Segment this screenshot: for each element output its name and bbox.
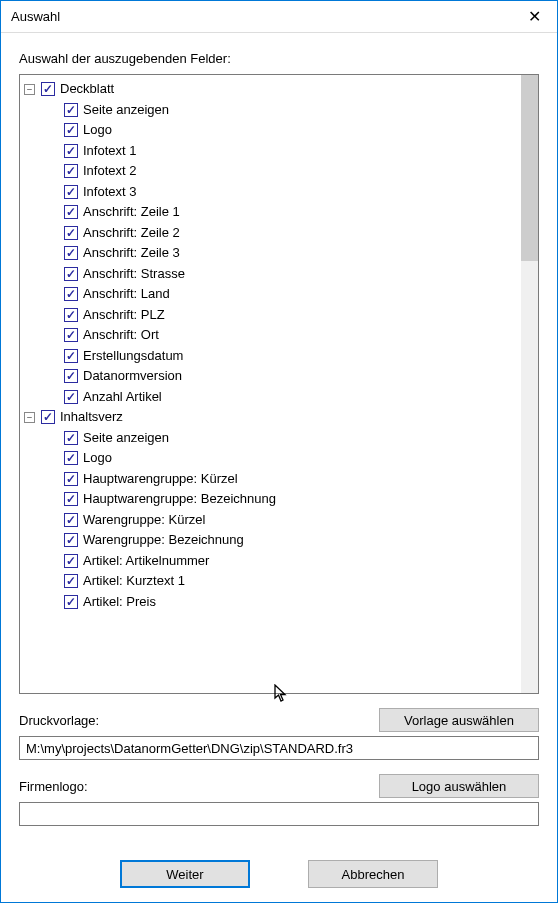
item-checkbox[interactable] — [64, 164, 78, 178]
tree-item: Anschrift: Land — [24, 284, 521, 305]
item-checkbox[interactable] — [64, 595, 78, 609]
item-label[interactable]: Warengruppe: Bezeichnung — [83, 530, 244, 551]
item-checkbox[interactable] — [64, 513, 78, 527]
item-label[interactable]: Datanormversion — [83, 366, 182, 387]
item-label[interactable]: Erstellungsdatum — [83, 346, 183, 367]
item-label[interactable]: Infotext 1 — [83, 141, 136, 162]
item-checkbox[interactable] — [64, 144, 78, 158]
item-checkbox[interactable] — [64, 226, 78, 240]
expand-collapse-icon[interactable]: − — [24, 412, 35, 423]
item-checkbox[interactable] — [64, 328, 78, 342]
item-checkbox[interactable] — [64, 390, 78, 404]
logo-row: Firmenlogo: Logo auswählen — [19, 774, 539, 798]
template-path-input[interactable] — [19, 736, 539, 760]
scrollbar-thumb[interactable] — [521, 75, 538, 261]
close-button[interactable]: ✕ — [511, 1, 557, 33]
item-checkbox[interactable] — [64, 492, 78, 506]
group-label[interactable]: Inhaltsverz — [60, 407, 123, 428]
item-label[interactable]: Anschrift: Zeile 2 — [83, 223, 180, 244]
item-label[interactable]: Infotext 3 — [83, 182, 136, 203]
item-label[interactable]: Anschrift: PLZ — [83, 305, 165, 326]
item-checkbox[interactable] — [64, 267, 78, 281]
fields-label: Auswahl der auszugebenden Felder: — [19, 51, 539, 66]
item-label[interactable]: Anschrift: Zeile 3 — [83, 243, 180, 264]
tree-item: Anzahl Artikel — [24, 387, 521, 408]
tree-item: Seite anzeigen — [24, 100, 521, 121]
item-checkbox[interactable] — [64, 472, 78, 486]
item-label[interactable]: Hauptwarengruppe: Kürzel — [83, 469, 238, 490]
item-checkbox[interactable] — [64, 308, 78, 322]
template-label: Druckvorlage: — [19, 713, 369, 728]
tree-item: Logo — [24, 120, 521, 141]
window-title: Auswahl — [11, 9, 511, 24]
item-label[interactable]: Anzahl Artikel — [83, 387, 162, 408]
item-checkbox[interactable] — [64, 205, 78, 219]
item-label[interactable]: Seite anzeigen — [83, 100, 169, 121]
tree-item: Anschrift: Zeile 3 — [24, 243, 521, 264]
template-row: Druckvorlage: Vorlage auswählen — [19, 708, 539, 732]
titlebar: Auswahl ✕ — [1, 1, 557, 33]
item-label[interactable]: Logo — [83, 448, 112, 469]
tree-item: Anschrift: PLZ — [24, 305, 521, 326]
tree-item: Artikel: Preis — [24, 592, 521, 613]
item-label[interactable]: Artikel: Kurztext 1 — [83, 571, 185, 592]
choose-logo-button[interactable]: Logo auswählen — [379, 774, 539, 798]
tree-item: Warengruppe: Bezeichnung — [24, 530, 521, 551]
group-checkbox[interactable] — [41, 410, 55, 424]
item-label[interactable]: Anschrift: Strasse — [83, 264, 185, 285]
continue-button[interactable]: Weiter — [120, 860, 250, 888]
tree-item: Logo — [24, 448, 521, 469]
item-checkbox[interactable] — [64, 431, 78, 445]
tree-group: −Deckblatt — [24, 79, 521, 100]
tree-item: Anschrift: Zeile 1 — [24, 202, 521, 223]
item-checkbox[interactable] — [64, 533, 78, 547]
tree-item: Anschrift: Ort — [24, 325, 521, 346]
tree-item: Infotext 3 — [24, 182, 521, 203]
item-label[interactable]: Artikel: Preis — [83, 592, 156, 613]
logo-path-input[interactable] — [19, 802, 539, 826]
item-checkbox[interactable] — [64, 369, 78, 383]
fields-tree[interactable]: −DeckblattSeite anzeigenLogoInfotext 1In… — [20, 75, 521, 693]
close-icon: ✕ — [528, 7, 541, 26]
footer-buttons: Weiter Abbrechen — [19, 860, 539, 888]
item-label[interactable]: Anschrift: Zeile 1 — [83, 202, 180, 223]
tree-item: Anschrift: Strasse — [24, 264, 521, 285]
group-label[interactable]: Deckblatt — [60, 79, 114, 100]
item-label[interactable]: Logo — [83, 120, 112, 141]
item-label[interactable]: Anschrift: Land — [83, 284, 170, 305]
item-label[interactable]: Infotext 2 — [83, 161, 136, 182]
item-checkbox[interactable] — [64, 123, 78, 137]
item-label[interactable]: Warengruppe: Kürzel — [83, 510, 205, 531]
item-label[interactable]: Hauptwarengruppe: Bezeichnung — [83, 489, 276, 510]
item-checkbox[interactable] — [64, 103, 78, 117]
choose-template-button[interactable]: Vorlage auswählen — [379, 708, 539, 732]
item-label[interactable]: Seite anzeigen — [83, 428, 169, 449]
dialog-content: Auswahl der auszugebenden Felder: −Deckb… — [1, 33, 557, 902]
item-checkbox[interactable] — [64, 451, 78, 465]
tree-group: −Inhaltsverz — [24, 407, 521, 428]
fields-tree-box: −DeckblattSeite anzeigenLogoInfotext 1In… — [19, 74, 539, 694]
item-checkbox[interactable] — [64, 574, 78, 588]
group-checkbox[interactable] — [41, 82, 55, 96]
tree-item: Seite anzeigen — [24, 428, 521, 449]
item-label[interactable]: Artikel: Artikelnummer — [83, 551, 209, 572]
item-checkbox[interactable] — [64, 287, 78, 301]
expand-collapse-icon[interactable]: − — [24, 84, 35, 95]
tree-item: Hauptwarengruppe: Kürzel — [24, 469, 521, 490]
tree-item: Datanormversion — [24, 366, 521, 387]
tree-item: Infotext 1 — [24, 141, 521, 162]
logo-label: Firmenlogo: — [19, 779, 369, 794]
tree-item: Artikel: Artikelnummer — [24, 551, 521, 572]
tree-item: Anschrift: Zeile 2 — [24, 223, 521, 244]
item-checkbox[interactable] — [64, 349, 78, 363]
tree-scrollbar[interactable] — [521, 75, 538, 693]
item-label[interactable]: Anschrift: Ort — [83, 325, 159, 346]
item-checkbox[interactable] — [64, 246, 78, 260]
tree-item: Infotext 2 — [24, 161, 521, 182]
tree-item: Warengruppe: Kürzel — [24, 510, 521, 531]
cancel-button[interactable]: Abbrechen — [308, 860, 438, 888]
tree-item: Hauptwarengruppe: Bezeichnung — [24, 489, 521, 510]
item-checkbox[interactable] — [64, 185, 78, 199]
item-checkbox[interactable] — [64, 554, 78, 568]
tree-item: Artikel: Kurztext 1 — [24, 571, 521, 592]
